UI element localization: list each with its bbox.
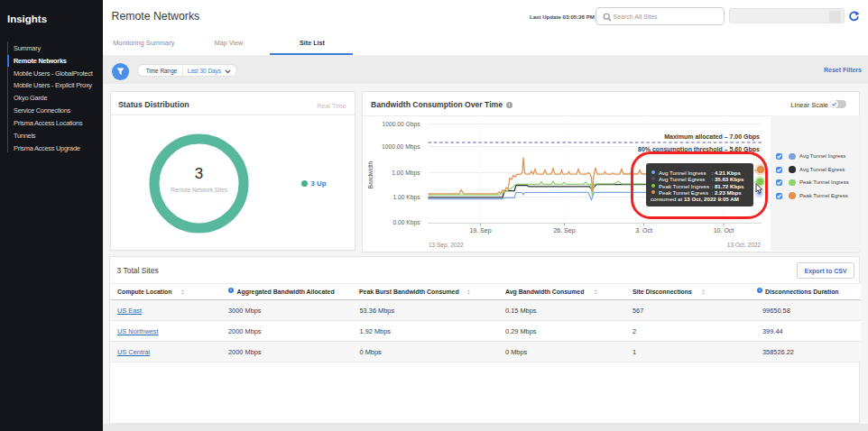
svg-text:13 Sep, 2022: 13 Sep, 2022: [429, 241, 464, 248]
svg-text:26. Sep: 26. Sep: [553, 226, 575, 234]
svg-text:1.00 Kbps: 1.00 Kbps: [392, 194, 420, 201]
svg-text:Bandwidth: Bandwidth: [367, 160, 374, 188]
svg-text:3. Oct: 3. Oct: [635, 226, 652, 233]
svg-text:19. Sep: 19. Sep: [469, 226, 491, 234]
svg-text:1000.00 Gbps: 1000.00 Gbps: [382, 121, 420, 128]
svg-text:13 Oct, 2022: 13 Oct, 2022: [727, 241, 762, 247]
svg-text:Maximum allocated – 7.00 Gbps: Maximum allocated – 7.00 Gbps: [664, 133, 760, 141]
svg-text:10. Oct: 10. Oct: [714, 226, 734, 233]
svg-text:1.00 Mbps: 1.00 Mbps: [392, 170, 420, 177]
svg-text:0.00 Kbps: 0.00 Kbps: [392, 219, 420, 226]
svg-text:1000.00 Mbps: 1000.00 Mbps: [382, 143, 420, 151]
